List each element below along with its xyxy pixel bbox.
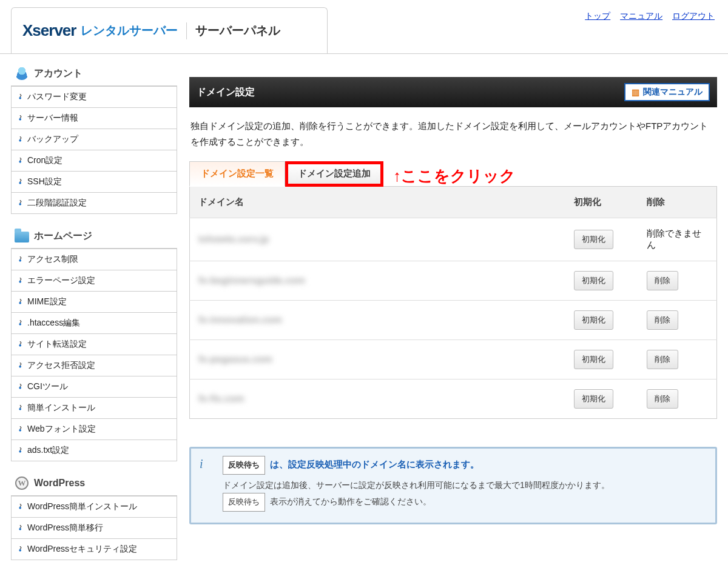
sidebar-item-homepage-9[interactable]: ads.txt設定 xyxy=(12,440,177,461)
bullet-icon xyxy=(18,341,24,347)
sidebar-item-label: WordPress簡単移行 xyxy=(27,523,103,533)
bullet-icon xyxy=(18,320,24,326)
init-button[interactable]: 初期化 xyxy=(574,271,613,290)
sidebar-item-account-0[interactable]: パスワード変更 xyxy=(12,86,177,107)
brand-subtitle: レンタルサーバー xyxy=(81,22,178,39)
bullet-icon xyxy=(18,363,24,369)
brand-logo: Xserver xyxy=(22,21,76,40)
sidebar: アカウント パスワード変更サーバー情報バックアップCron設定SSH設定二段階認… xyxy=(11,60,177,565)
sidebar-item-homepage-1[interactable]: エラーページ設定 xyxy=(12,270,177,291)
bullet-icon xyxy=(18,94,24,100)
sidebar-item-label: エラーページ設定 xyxy=(27,275,95,286)
bullet-icon xyxy=(18,405,24,411)
top-top-link[interactable]: トップ xyxy=(585,11,610,21)
sidebar-item-homepage-4[interactable]: サイト転送設定 xyxy=(12,333,177,355)
bullet-icon xyxy=(18,136,24,142)
bullet-icon xyxy=(18,256,24,262)
tab-domain-add[interactable]: ドメイン設定追加 xyxy=(285,161,383,187)
top-logout-link[interactable]: ログアウト xyxy=(672,11,715,21)
sidebar-item-wordpress-1[interactable]: WordPress簡単移行 xyxy=(12,517,177,538)
related-manual-button[interactable]: ▥ 関連マニュアル xyxy=(624,83,710,101)
bullet-icon xyxy=(18,447,24,453)
domain-name-masked: fx-pegasus.com xyxy=(198,354,272,364)
top-links: トップ マニュアル ログアウト xyxy=(578,11,715,22)
sidebar-item-label: WordPressセキュリティ設定 xyxy=(27,544,137,555)
waiting-badge: 反映待ち xyxy=(223,456,265,475)
header: Xserver レンタルサーバー サーバーパネル xyxy=(11,7,328,53)
sidebar-item-label: パスワード変更 xyxy=(27,92,87,102)
table-row: fx-beginnersguide.com初期化削除 xyxy=(190,261,717,301)
waiting-badge-2: 反映待ち xyxy=(223,493,265,512)
sidebar-item-account-5[interactable]: 二段階認証設定 xyxy=(12,192,177,213)
related-manual-label: 関連マニュアル xyxy=(643,87,703,98)
sidebar-item-homepage-7[interactable]: 簡単インストール xyxy=(12,397,177,418)
col-domain-name: ドメイン名 xyxy=(190,187,565,218)
delete-button[interactable]: 削除 xyxy=(647,271,678,290)
init-button[interactable]: 初期化 xyxy=(574,310,613,330)
delete-button[interactable]: 削除 xyxy=(647,310,678,330)
info-icon: i xyxy=(200,457,214,472)
delete-button[interactable]: 削除 xyxy=(647,350,678,369)
sidebar-item-label: MIME設定 xyxy=(27,296,67,307)
sidebar-title-homepage: ホームページ xyxy=(11,222,177,249)
click-here-annotation: ↑ここをクリック xyxy=(393,165,516,187)
sidebar-title-account-label: アカウント xyxy=(34,67,83,80)
bullet-icon xyxy=(18,158,24,164)
sidebar-item-label: ads.txt設定 xyxy=(27,445,69,456)
sidebar-item-wordpress-2[interactable]: WordPressセキュリティ設定 xyxy=(12,538,177,560)
col-init: 初期化 xyxy=(565,187,638,218)
sidebar-title-account: アカウント xyxy=(11,60,177,86)
sidebar-item-label: サイト転送設定 xyxy=(27,339,87,350)
table-row: fx-innovation.com初期化削除 xyxy=(190,301,717,340)
init-button[interactable]: 初期化 xyxy=(574,350,613,369)
sidebar-item-homepage-6[interactable]: CGIツール xyxy=(12,376,177,397)
sidebar-item-label: サーバー情報 xyxy=(27,113,78,124)
sidebar-section-homepage: ホームページ アクセス制限エラーページ設定MIME設定.htaccess編集サイ… xyxy=(11,222,177,461)
sidebar-title-wordpress-label: WordPress xyxy=(34,478,85,489)
info-box: i 反映待ち は、設定反映処理中のドメイン名に表示されます。 ドメイン設定は追加… xyxy=(189,447,717,524)
book-icon: ▥ xyxy=(632,87,639,97)
sidebar-item-label: Cron設定 xyxy=(27,155,62,166)
info-title: 反映待ち は、設定反映処理中のドメイン名に表示されます。 xyxy=(223,456,707,475)
folder-icon xyxy=(15,229,29,243)
tab-domain-list[interactable]: ドメイン設定一覧 xyxy=(189,161,285,187)
domain-name-masked: fx-innovation.com xyxy=(198,315,282,325)
bullet-icon xyxy=(18,504,24,510)
bullet-icon xyxy=(18,115,24,121)
bullet-icon xyxy=(18,384,24,390)
sidebar-item-label: 二段階認証設定 xyxy=(27,198,87,209)
domain-table: ドメイン名 初期化 削除 txhowto.xsrv.jp初期化削除できませんfx… xyxy=(189,186,717,419)
sidebar-item-account-2[interactable]: バックアップ xyxy=(12,129,177,150)
init-button[interactable]: 初期化 xyxy=(574,230,613,249)
sidebar-item-account-3[interactable]: Cron設定 xyxy=(12,150,177,171)
sidebar-item-label: Webフォント設定 xyxy=(27,424,96,435)
header-separator xyxy=(186,22,187,39)
sidebar-title-wordpress: W WordPress xyxy=(11,470,177,496)
page-description: 独自ドメイン設定の追加、削除を行うことができます。追加したドメイン設定を利用して… xyxy=(189,107,717,149)
sidebar-item-homepage-0[interactable]: アクセス制限 xyxy=(12,249,177,270)
sidebar-item-account-4[interactable]: SSH設定 xyxy=(12,171,177,192)
sidebar-item-homepage-3[interactable]: .htaccess編集 xyxy=(12,312,177,333)
sidebar-item-label: アクセス拒否設定 xyxy=(27,360,95,371)
sidebar-item-label: CGIツール xyxy=(27,381,68,392)
main-content: ドメイン設定 ▥ 関連マニュアル 独自ドメイン設定の追加、削除を行うことができま… xyxy=(189,60,717,565)
wordpress-icon: W xyxy=(15,476,29,490)
table-row: fx-pegasus.com初期化削除 xyxy=(190,340,717,379)
sidebar-item-account-1[interactable]: サーバー情報 xyxy=(12,107,177,129)
table-row: fx-fix.com初期化削除 xyxy=(190,379,717,419)
sidebar-item-homepage-5[interactable]: アクセス拒否設定 xyxy=(12,355,177,376)
sidebar-item-label: WordPress簡単インストール xyxy=(27,501,137,512)
sidebar-item-label: アクセス制限 xyxy=(27,254,78,265)
top-manual-link[interactable]: マニュアル xyxy=(620,11,662,21)
domain-name-masked: fx-beginnersguide.com xyxy=(198,275,305,286)
init-button[interactable]: 初期化 xyxy=(574,389,613,409)
sidebar-item-homepage-8[interactable]: Webフォント設定 xyxy=(12,418,177,440)
cannot-delete-label: 削除できません xyxy=(647,228,701,250)
sidebar-item-wordpress-0[interactable]: WordPress簡単インストール xyxy=(12,496,177,517)
delete-button[interactable]: 削除 xyxy=(647,389,678,409)
bullet-icon xyxy=(18,546,24,552)
bullet-icon xyxy=(18,299,24,305)
page-title-bar: ドメイン設定 ▥ 関連マニュアル xyxy=(189,77,717,107)
sidebar-item-homepage-2[interactable]: MIME設定 xyxy=(12,291,177,312)
sidebar-item-label: 簡単インストール xyxy=(27,403,95,413)
